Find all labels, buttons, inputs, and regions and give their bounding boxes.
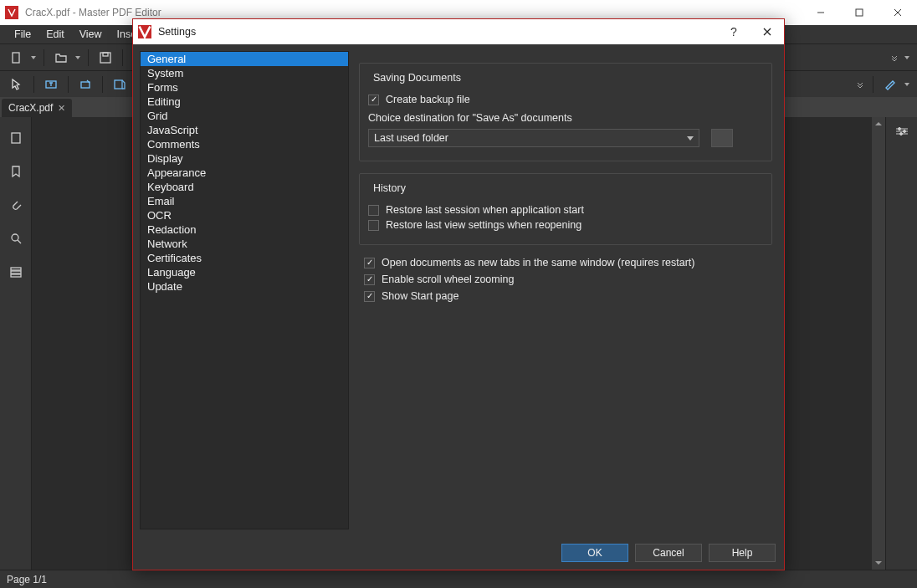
- settings-panel: Saving Documents Create backup file Choi…: [357, 51, 777, 529]
- svg-rect-12: [11, 271, 21, 274]
- open-as-tabs-checkbox[interactable]: [364, 258, 375, 268]
- dialog-footer: OK Cancel Help: [133, 536, 784, 570]
- category-comments[interactable]: Comments: [141, 137, 348, 151]
- svg-point-16: [899, 133, 902, 135]
- svg-rect-7: [81, 82, 90, 88]
- settings-dialog: Settings ? General System Forms Editing …: [132, 18, 785, 570]
- cancel-button[interactable]: Cancel: [635, 544, 702, 562]
- save-icon[interactable]: [95, 48, 115, 68]
- category-forms[interactable]: Forms: [141, 80, 348, 95]
- document-tab[interactable]: CracX.pdf ✕: [2, 99, 72, 117]
- create-backup-checkbox[interactable]: [368, 95, 379, 105]
- category-system[interactable]: System: [141, 66, 348, 80]
- vertical-scrollbar[interactable]: [872, 117, 885, 570]
- ok-button[interactable]: OK: [561, 544, 628, 562]
- svg-rect-9: [12, 133, 20, 143]
- right-dock: [885, 117, 917, 570]
- tab-label: CracX.pdf: [8, 102, 53, 114]
- toolbar-menu[interactable]: [904, 48, 910, 68]
- category-appearance[interactable]: Appearance: [141, 166, 348, 180]
- saveas-dest-combo[interactable]: Last used folder: [368, 129, 699, 147]
- restore-view-label: Restore last view settings when reopenin…: [386, 219, 581, 231]
- restore-view-checkbox[interactable]: [368, 220, 379, 231]
- menu-file[interactable]: File: [7, 27, 38, 42]
- scroll-zoom-label: Enable scroll wheel zooming: [382, 274, 514, 285]
- scroll-up-icon[interactable]: [872, 117, 885, 130]
- show-start-page-label: Show Start page: [382, 290, 458, 302]
- svg-rect-11: [11, 268, 21, 270]
- dialog-close-button[interactable]: [751, 28, 784, 36]
- properties-panel-icon[interactable]: [894, 125, 909, 141]
- window-title: CracX.pdf - Master PDF Editor: [25, 7, 802, 18]
- new-file-dropdown[interactable]: [30, 48, 37, 68]
- category-certificates[interactable]: Certificates: [141, 251, 348, 265]
- category-language[interactable]: Language: [141, 265, 348, 279]
- app-logo-icon: [5, 6, 18, 19]
- show-start-page-checkbox[interactable]: [364, 291, 375, 302]
- svg-rect-2: [100, 53, 110, 63]
- menu-view[interactable]: View: [72, 27, 110, 42]
- saving-documents-group: Saving Documents Create backup file Choi…: [359, 63, 772, 161]
- page-indicator: Page 1/1: [7, 574, 47, 585]
- dialog-logo-icon: [138, 25, 151, 38]
- status-bar: Page 1/1: [0, 570, 917, 588]
- svg-point-14: [898, 128, 900, 130]
- layers-icon[interactable]: [7, 263, 25, 281]
- object-tool-icon[interactable]: [75, 74, 95, 95]
- category-keyboard[interactable]: Keyboard: [141, 180, 348, 194]
- restore-session-checkbox[interactable]: [368, 205, 379, 216]
- category-editing[interactable]: Editing: [141, 95, 348, 109]
- search-icon[interactable]: [7, 229, 25, 248]
- dialog-help-icon[interactable]: ?: [717, 25, 751, 38]
- category-grid[interactable]: Grid: [141, 109, 348, 123]
- dialog-titlebar: Settings ?: [133, 19, 784, 44]
- history-group: History Restore last session when applic…: [359, 173, 772, 245]
- category-general[interactable]: General: [141, 52, 348, 66]
- left-dock: [0, 117, 32, 570]
- chevron-down-icon: [687, 132, 694, 144]
- text-tool-icon[interactable]: [41, 74, 61, 95]
- tools-overflow[interactable]: [854, 81, 866, 88]
- new-file-icon[interactable]: [7, 48, 27, 68]
- thumbnails-icon[interactable]: [7, 129, 25, 147]
- tab-close-icon[interactable]: ✕: [58, 103, 65, 114]
- saving-group-title: Saving Documents: [370, 72, 464, 84]
- close-button[interactable]: [879, 0, 917, 25]
- svg-rect-3: [103, 53, 108, 56]
- scroll-down-icon[interactable]: [872, 556, 885, 570]
- svg-point-10: [12, 234, 18, 241]
- category-update[interactable]: Update: [141, 279, 348, 294]
- category-email[interactable]: Email: [141, 194, 348, 208]
- form-tool-icon[interactable]: [110, 74, 130, 95]
- category-ocr[interactable]: OCR: [141, 208, 348, 222]
- category-network[interactable]: Network: [141, 237, 348, 251]
- category-display[interactable]: Display: [141, 151, 348, 166]
- browse-dest-button[interactable]: [711, 129, 733, 147]
- bookmarks-icon[interactable]: [7, 162, 25, 181]
- dialog-title: Settings: [158, 26, 717, 38]
- svg-rect-13: [11, 274, 21, 277]
- toolbar-overflow[interactable]: [889, 54, 900, 61]
- highlighter-icon[interactable]: [880, 74, 900, 95]
- svg-rect-0: [856, 9, 863, 16]
- settings-category-list[interactable]: General System Forms Editing Grid JavaSc…: [140, 51, 349, 529]
- category-javascript[interactable]: JavaScript: [141, 123, 348, 137]
- saveas-dest-label: Choice destination for "Save As" documen…: [368, 112, 763, 124]
- menu-edit[interactable]: Edit: [38, 27, 72, 42]
- open-folder-icon[interactable]: [51, 48, 71, 68]
- open-dropdown[interactable]: [74, 48, 81, 68]
- saveas-dest-value: Last used folder: [374, 132, 448, 144]
- maximize-button[interactable]: [840, 0, 879, 25]
- svg-rect-1: [13, 53, 19, 63]
- category-redaction[interactable]: Redaction: [141, 222, 348, 237]
- svg-rect-8: [115, 80, 122, 89]
- create-backup-label: Create backup file: [386, 94, 470, 105]
- minimize-button[interactable]: [802, 0, 840, 25]
- attachments-icon[interactable]: [7, 196, 25, 214]
- help-button[interactable]: Help: [709, 544, 776, 562]
- pointer-tool-icon[interactable]: [7, 74, 27, 95]
- history-group-title: History: [370, 182, 409, 194]
- highlighter-dropdown[interactable]: [904, 74, 910, 95]
- svg-point-15: [903, 130, 905, 133]
- scroll-zoom-checkbox[interactable]: [364, 274, 375, 285]
